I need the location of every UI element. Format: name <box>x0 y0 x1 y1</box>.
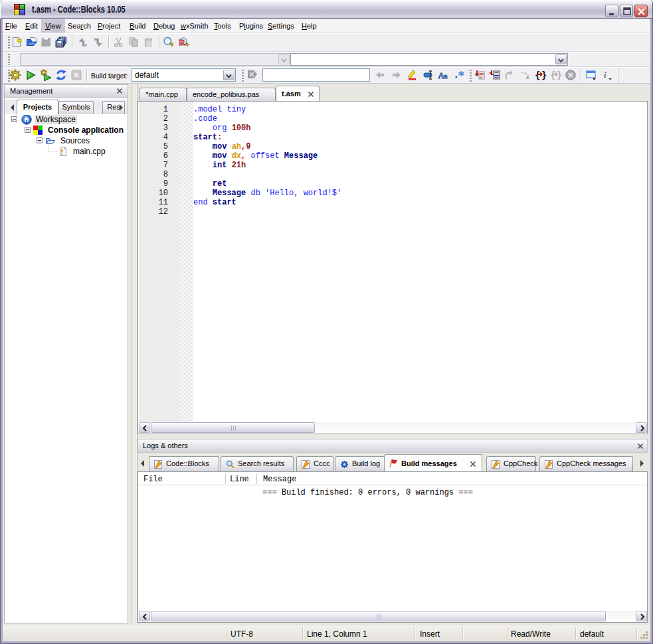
column-separator[interactable] <box>256 474 257 484</box>
insert-symbol-button[interactable]: i <box>601 69 614 82</box>
menu-plugins[interactable]: Plugins <box>235 19 267 33</box>
open-file-button[interactable] <box>25 36 38 49</box>
editor[interactable]: 123456789101112 .model tiny.code org 100… <box>138 102 648 434</box>
menu-edit[interactable]: Edit <box>21 19 42 33</box>
save-all-button[interactable] <box>54 36 67 49</box>
goto-next-function-button[interactable] <box>519 69 532 82</box>
close-button[interactable] <box>634 5 648 17</box>
build-and-run-button[interactable] <box>39 69 52 82</box>
logs-tab-build-messages[interactable]: Build messages <box>384 454 482 471</box>
column-separator[interactable] <box>225 474 226 484</box>
logs-tab-cppcheck[interactable]: CppCheck <box>486 456 536 471</box>
menu-project[interactable]: Project <box>94 19 124 33</box>
code-area[interactable]: .model tiny.code org 100hstart: mov ah,9… <box>193 102 647 422</box>
maximize-button[interactable] <box>620 5 633 17</box>
match-case-button[interactable]: Aa <box>437 69 450 82</box>
logs-scrollbar-thumb[interactable] <box>151 611 606 621</box>
splitter-sash[interactable] <box>132 84 138 623</box>
undo-button[interactable] <box>76 36 89 49</box>
column-header-line[interactable]: Line <box>230 475 249 484</box>
management-tabs-scroll-right[interactable] <box>117 102 126 113</box>
search-prev-button[interactable] <box>373 69 387 82</box>
find-button[interactable] <box>161 36 175 49</box>
selected-text-only-button[interactable] <box>422 69 435 82</box>
logs-tabs-scroll-left[interactable] <box>138 458 147 469</box>
logs-scrollbar-right-arrow[interactable] <box>636 611 647 621</box>
column-header-message[interactable]: Message <box>263 475 296 484</box>
logs-close-icon[interactable] <box>636 442 645 451</box>
goto-declaration-button[interactable] <box>473 69 486 82</box>
logs-scrollbar-left-arrow[interactable] <box>139 611 150 621</box>
highlight-occurrences-button[interactable] <box>406 69 419 82</box>
save-button[interactable] <box>39 36 52 49</box>
toolbar-grip[interactable] <box>242 70 244 82</box>
logs-tab-code-blocks[interactable]: Code::Blocks <box>149 456 219 471</box>
build-target-combobox[interactable]: default <box>132 68 236 82</box>
resize-grip-icon[interactable] <box>640 631 648 639</box>
tree-expander-minus[interactable] <box>37 137 43 143</box>
tree-item-label[interactable]: Workspace <box>35 115 77 124</box>
new-file-button[interactable] <box>10 36 23 49</box>
menu-view[interactable]: View <box>41 19 65 33</box>
compiler-messages-combobox[interactable] <box>290 53 568 66</box>
build-target-dropdown[interactable] <box>223 70 234 80</box>
build-button[interactable] <box>9 69 22 82</box>
logs-tab-build-log[interactable]: Build log <box>335 456 389 471</box>
search-next-button[interactable] <box>390 69 403 82</box>
management-close-icon[interactable] <box>116 87 124 96</box>
editor-horizontal-scrollbar[interactable] <box>139 422 646 433</box>
editor-tab-t.asm[interactable]: t.asm <box>276 86 320 101</box>
minimize-button[interactable] <box>605 5 618 17</box>
regex-button[interactable] <box>453 69 466 82</box>
logs-tab-cppcheck-messages[interactable]: CppCheck messages <box>539 456 633 471</box>
menu-settings[interactable]: Settings <box>264 19 298 33</box>
goto-previous-function-button[interactable] <box>503 69 516 82</box>
incremental-search-input[interactable] <box>262 68 370 82</box>
goto-implementation-button[interactable] <box>488 69 502 82</box>
management-tabs-scroll-left[interactable] <box>8 102 17 113</box>
editor-scrollbar-left-arrow[interactable] <box>139 422 150 433</box>
paste-button[interactable] <box>142 36 155 49</box>
abort-parser-button[interactable] <box>564 69 577 82</box>
editor-scrollbar-right-arrow[interactable] <box>636 422 647 433</box>
logs-tab-search-results[interactable]: Search results <box>221 456 294 471</box>
menu-help[interactable]: Help <box>298 19 321 33</box>
tree-expander-minus[interactable] <box>11 116 17 122</box>
clear-search-button[interactable] <box>246 68 259 82</box>
run-button[interactable] <box>24 69 37 82</box>
cut-button[interactable] <box>112 36 125 49</box>
menu-file[interactable]: File <box>1 19 21 33</box>
logs-tabs-scroll-right[interactable] <box>638 458 646 469</box>
column-header-file[interactable]: File <box>143 475 163 484</box>
management-tab-projects[interactable]: Projects <box>17 100 58 115</box>
redo-button[interactable] <box>91 36 104 49</box>
tab-close-icon[interactable] <box>307 90 315 100</box>
management-tab-symbols[interactable]: Symbols <box>58 101 94 115</box>
class-browser-button[interactable] <box>585 69 598 82</box>
toolbar-grip[interactable] <box>8 54 10 65</box>
tree-item-label[interactable]: Console application <box>47 125 125 135</box>
compiler-errors-dropdown[interactable] <box>278 54 290 64</box>
menu-tools[interactable]: Tools <box>210 19 235 33</box>
editor-tab-encode-polibius.pas[interactable]: encode_polibius.pas <box>187 88 276 101</box>
rebuild-button[interactable] <box>54 69 68 82</box>
tab-close-icon[interactable] <box>469 460 477 469</box>
copy-button[interactable] <box>127 36 140 49</box>
editor-scrollbar-thumb[interactable] <box>151 422 315 433</box>
menu-build[interactable]: Build <box>126 19 149 33</box>
logs-horizontal-scrollbar[interactable] <box>139 611 646 621</box>
replace-button[interactable]: R <box>177 36 190 49</box>
compiler-errors-combobox[interactable] <box>20 53 291 66</box>
compiler-messages-dropdown[interactable] <box>555 54 567 64</box>
goto-body-button[interactable]: {} <box>549 69 563 82</box>
menu-wxsmith[interactable]: wxSmith <box>177 19 213 33</box>
tree-item-label[interactable]: Sources <box>59 136 91 145</box>
toolbar-grip[interactable] <box>470 70 472 82</box>
menu-search[interactable]: Search <box>64 19 95 33</box>
menu-debug[interactable]: Debug <box>149 19 179 33</box>
tree-expander-minus[interactable] <box>25 127 31 133</box>
logs-tab-cccc[interactable]: Cccc <box>296 456 333 471</box>
goto-function-button[interactable]: {} <box>534 69 547 82</box>
abort-button[interactable] <box>70 69 83 82</box>
tree-item-label[interactable]: main.cpp <box>72 147 107 156</box>
